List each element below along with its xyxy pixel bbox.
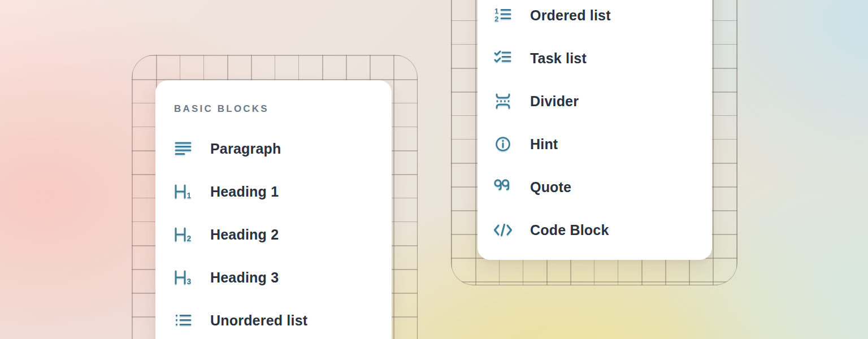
menu-item-label: Unordered list xyxy=(210,312,307,329)
menu-item-heading-3[interactable]: 3 Heading 3 xyxy=(155,256,392,299)
menu-item-unordered-list[interactable]: Unordered list xyxy=(155,299,392,339)
menu-item-label: Heading 2 xyxy=(210,227,279,243)
heading-3-icon: 3 xyxy=(173,267,193,288)
menu-item-label: Hint xyxy=(530,136,558,153)
heading-2-icon: 2 xyxy=(173,224,193,245)
basic-blocks-list: Paragraph 1 Heading 1 2 Heading 2 xyxy=(155,127,392,339)
menu-item-label: Code Block xyxy=(530,222,609,238)
menu-item-heading-2[interactable]: 2 Heading 2 xyxy=(155,213,392,256)
menu-item-label: Heading 3 xyxy=(210,270,279,286)
blocks-list: 1 2 Ordered list Task list xyxy=(478,0,712,251)
quote-icon xyxy=(493,177,513,197)
menu-item-label: Divider xyxy=(530,93,579,110)
code-block-icon xyxy=(493,220,513,240)
menu-item-ordered-list[interactable]: 1 2 Ordered list xyxy=(478,0,712,37)
svg-text:1: 1 xyxy=(187,191,192,200)
menu-item-heading-1[interactable]: 1 Heading 1 xyxy=(155,170,392,213)
svg-text:2: 2 xyxy=(494,15,499,23)
menu-item-code-block[interactable]: Code Block xyxy=(478,208,712,251)
menu-item-divider[interactable]: Divider xyxy=(478,80,712,123)
task-list-icon xyxy=(493,48,513,68)
divider-icon xyxy=(493,91,513,111)
menu-item-label: Task list xyxy=(530,50,587,67)
paragraph-icon xyxy=(173,138,193,159)
menu-item-paragraph[interactable]: Paragraph xyxy=(155,127,392,170)
svg-text:3: 3 xyxy=(187,277,192,286)
svg-text:1: 1 xyxy=(494,7,499,15)
heading-1-icon: 1 xyxy=(173,181,193,202)
unordered-list-icon xyxy=(173,310,193,331)
menu-item-label: Ordered list xyxy=(530,7,611,24)
basic-blocks-header: BASIC BLOCKS xyxy=(174,103,269,115)
block-picker-illustration: BASIC BLOCKS Paragraph 1 Heading 1 2 xyxy=(0,0,868,339)
menu-item-hint[interactable]: Hint xyxy=(478,123,712,166)
menu-item-label: Paragraph xyxy=(210,141,281,157)
menu-item-quote[interactable]: Quote xyxy=(478,166,712,208)
menu-item-label: Quote xyxy=(530,179,571,195)
menu-item-label: Heading 1 xyxy=(210,184,279,200)
ordered-list-icon: 1 2 xyxy=(493,5,513,25)
blocks-menu-continued: 1 2 Ordered list Task list xyxy=(478,0,712,260)
svg-text:2: 2 xyxy=(187,234,192,243)
menu-item-task-list[interactable]: Task list xyxy=(478,37,712,80)
basic-blocks-menu: BASIC BLOCKS Paragraph 1 Heading 1 2 xyxy=(155,80,392,339)
hint-icon xyxy=(493,134,513,154)
